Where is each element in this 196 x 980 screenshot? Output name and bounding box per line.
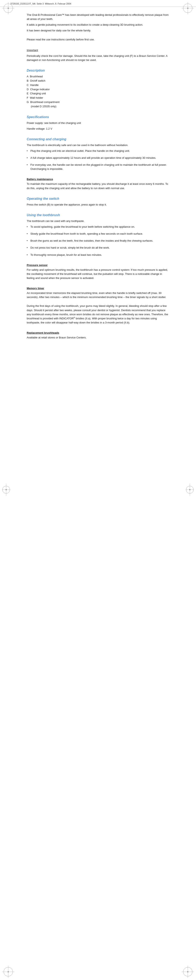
intro-para-1: The Oral-B Professional Care™ has been d…	[27, 13, 169, 21]
using-bullet-3: Brush the gums as well as the teeth, fir…	[27, 239, 169, 243]
intro-section: The Oral-B Professional Care™ has been d…	[27, 13, 169, 41]
side-mark-left	[2, 484, 10, 496]
desc-item-c: C Handle	[27, 83, 169, 88]
description-list: A Brushhead B On/off switch C Handle D C…	[27, 75, 169, 108]
specifications-heading: Specifications	[27, 115, 169, 119]
desc-item-a: A Brushhead	[27, 75, 169, 79]
intro-para-3: It has been designed for daily use for t…	[27, 29, 169, 33]
replacement-text: Available at retail stores or Braun Serv…	[27, 336, 169, 340]
using-section: Using the toothbrush The toothbrush can …	[27, 213, 169, 257]
corner-mark-tl	[2, 2, 14, 14]
important-section: Important Periodically check the cord fo…	[27, 48, 169, 62]
pressure-heading: Pressure sensor	[27, 264, 169, 267]
spec-line-1: Power supply: see bottom of the charging…	[27, 121, 169, 125]
replacement-heading: Replacement brushheads	[27, 331, 169, 334]
desc-item-g: G Brushhead compartment	[27, 100, 169, 104]
connecting-bullet-2: A full charge takes approximately 12 hou…	[27, 156, 169, 160]
connecting-bullets: Plug the charging unit into an electrica…	[27, 149, 169, 171]
connecting-bullet-3: For everyday use, the handle can be stor…	[27, 163, 169, 171]
battery-heading: Battery maintenance	[27, 178, 169, 181]
page: 3729150_D15511XT_NA Seite 3 Mittwoch, 8.…	[0, 0, 196, 980]
doc-header: 3729150_D15511XT_NA Seite 3 Mittwoch, 8.…	[0, 0, 196, 7]
connecting-bullet-1: Plug the charging unit into an electrica…	[27, 149, 169, 153]
important-heading: Important	[27, 48, 169, 52]
important-text: Periodically check the cord for damage. …	[27, 54, 169, 62]
battery-section: Battery maintenance To maintain the maxi…	[27, 178, 169, 190]
using-bullet-1: To avoid splashing, guide the brushhead …	[27, 225, 169, 229]
using-intro: The toothbrush can be used with any toot…	[27, 219, 169, 223]
corner-mark-bl	[2, 966, 14, 978]
desc-item-b: B On/off switch	[27, 79, 169, 83]
using-bullet-4: Do not press too hard or scrub, simply l…	[27, 246, 169, 250]
battery-text: To maintain the maximum capacity of the …	[27, 182, 169, 190]
description-heading: Description	[27, 69, 169, 72]
using-bullet-5: To thoroughly remove plaque, brush for a…	[27, 253, 169, 257]
memory-text-1: An incorporated timer memorizes the elap…	[27, 291, 169, 299]
replacement-section: Replacement brushheads Available at reta…	[27, 331, 169, 340]
desc-item-e: E Charging unit	[27, 91, 169, 96]
pressure-section: Pressure sensor For safety and optimum b…	[27, 264, 169, 280]
corner-mark-tr	[182, 2, 194, 14]
desc-item-d: D Charge indicator	[27, 88, 169, 92]
connecting-section: Connecting and charging The toothbrush i…	[27, 137, 169, 171]
doc-part-number: 3729150_D15511XT_NA Seite 3 Mittwoch, 8.…	[10, 2, 71, 5]
main-content: The Oral-B Professional Care™ has been d…	[0, 7, 196, 359]
desc-item-f: F Wall holder	[27, 96, 169, 100]
memory-section: Memory timer An incorporated timer memor…	[27, 287, 169, 325]
desc-item-g-note: (model D 15535 only)	[27, 104, 169, 109]
spec-line-2: Handle voltage: 1.2 V	[27, 127, 169, 131]
operating-text: Press the switch (B) to operate the appl…	[27, 203, 169, 207]
connecting-intro: The toothbrush is electrically safe and …	[27, 143, 169, 147]
using-bullets: To avoid splashing, guide the brushhead …	[27, 225, 169, 257]
description-section: Description A Brushhead B On/off switch …	[27, 69, 169, 108]
operating-heading: Operating the switch	[27, 197, 169, 200]
side-mark-right	[186, 484, 194, 496]
connecting-heading: Connecting and charging	[27, 137, 169, 141]
memory-text-2: During the first days of using the tooth…	[27, 304, 169, 325]
intro-para-2: It adds a gentle pulsating movement to i…	[27, 23, 169, 27]
using-heading: Using the toothbrush	[27, 213, 169, 217]
intro-para-4: Please read the use instructions careful…	[27, 38, 169, 41]
using-bullet-2: Slowly guide the brushhead from tooth to…	[27, 232, 169, 236]
memory-heading: Memory timer	[27, 287, 169, 290]
corner-mark-br	[182, 966, 194, 978]
pressure-text: For safety and optimum brushing results,…	[27, 268, 169, 280]
operating-section: Operating the switch Press the switch (B…	[27, 197, 169, 207]
specifications-section: Specifications Power supply: see bottom …	[27, 115, 169, 131]
